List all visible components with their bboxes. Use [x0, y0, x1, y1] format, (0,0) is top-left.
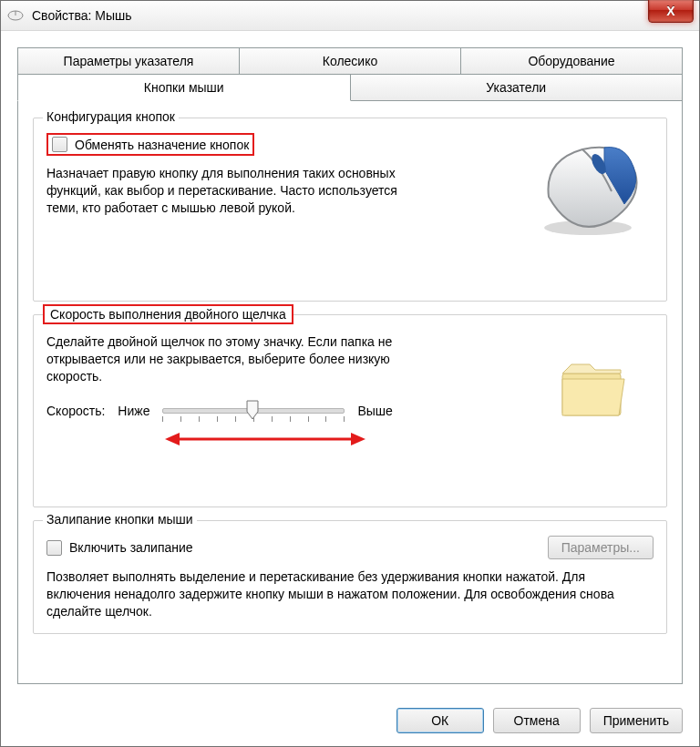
group-button-config: Конфигурация кнопок Обменять назначение … — [33, 118, 667, 302]
annotation-arrow-icon — [165, 429, 365, 449]
tab-hardware[interactable]: Оборудование — [461, 47, 683, 74]
mouse-icon — [6, 9, 25, 22]
checkbox-icon — [46, 540, 62, 556]
swap-buttons-checkbox[interactable]: Обменять назначение кнопок — [52, 137, 249, 152]
cancel-button[interactable]: Отмена — [493, 708, 581, 733]
checkbox-icon — [52, 137, 67, 152]
clicklock-label: Включить залипание — [69, 540, 193, 555]
mouse-properties-window: Свойства: Мышь X Параметры указателя Кол… — [0, 0, 700, 747]
svg-marker-5 — [351, 433, 365, 445]
tab-row-front: Кнопки мыши Указатели — [17, 74, 683, 101]
clicklock-settings-button[interactable]: Параметры... — [548, 536, 654, 559]
tab-row-back: Параметры указателя Колесико Оборудовани… — [17, 47, 683, 74]
legend-clicklock: Залипание кнопки мыши — [43, 512, 197, 527]
svg-marker-4 — [165, 433, 180, 445]
clicklock-row: Включить залипание Параметры... — [46, 536, 654, 559]
dialog-button-bar: ОК Отмена Применить — [396, 708, 683, 733]
tab-pointer-options[interactable]: Параметры указателя — [17, 47, 240, 74]
doubleclick-test-folder[interactable] — [548, 343, 639, 434]
tab-pointers[interactable]: Указатели — [351, 74, 684, 101]
speed-slow-label: Ниже — [118, 404, 149, 418]
swap-buttons-label: Обменять назначение кнопок — [75, 138, 249, 152]
clicklock-description: Позволяет выполнять выделение и перетаск… — [46, 568, 630, 620]
group-clicklock: Залипание кнопки мыши Включить залипание… — [33, 520, 667, 634]
legend-doubleclick: Скорость выполнения двойного щелчка — [43, 304, 293, 324]
close-button[interactable]: X — [648, 0, 694, 23]
doubleclick-speed-slider[interactable] — [162, 398, 345, 424]
tab-container: Параметры указателя Колесико Оборудовани… — [17, 47, 683, 684]
mouse-illustration — [517, 133, 654, 242]
tab-panel-buttons: Конфигурация кнопок Обменять назначение … — [17, 101, 683, 684]
window-title: Свойства: Мышь — [32, 8, 132, 23]
legend-button-config: Конфигурация кнопок — [43, 109, 179, 124]
speed-label: Скорость: — [46, 404, 105, 418]
dialog-body: Параметры указателя Колесико Оборудовани… — [1, 31, 699, 684]
doubleclick-description: Сделайте двойной щелчок по этому значку.… — [46, 333, 429, 385]
slider-thumb[interactable] — [246, 400, 259, 420]
clicklock-checkbox[interactable]: Включить залипание — [46, 540, 193, 556]
tab-wheel[interactable]: Колесико — [240, 47, 461, 74]
speed-fast-label: Выше — [357, 404, 392, 418]
ok-button[interactable]: ОК — [396, 708, 484, 733]
group-doubleclick: Скорость выполнения двойного щелчка Сдел… — [33, 314, 667, 507]
close-icon: X — [666, 4, 674, 18]
highlight-swap-checkbox: Обменять назначение кнопок — [46, 133, 254, 156]
tab-buttons[interactable]: Кнопки мыши — [17, 74, 351, 101]
swap-buttons-description: Назначает правую кнопку для выполнения т… — [46, 165, 429, 217]
apply-button[interactable]: Применить — [590, 708, 683, 733]
titlebar: Свойства: Мышь X — [1, 1, 699, 31]
